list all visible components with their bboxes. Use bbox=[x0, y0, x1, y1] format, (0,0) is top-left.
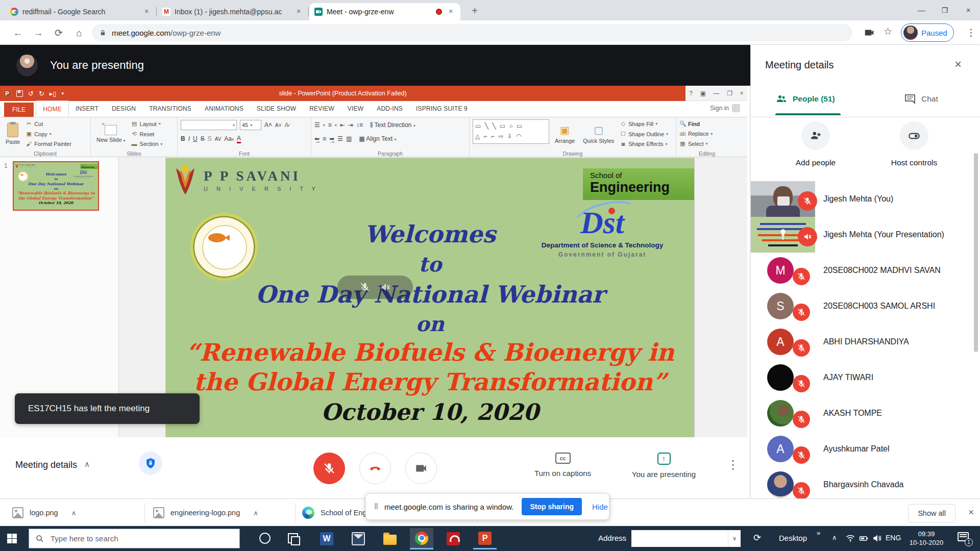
toolbar-expand-icon[interactable]: » bbox=[817, 529, 820, 537]
save-icon[interactable] bbox=[16, 90, 23, 97]
ppt-ribbon-options-icon[interactable]: ▣ bbox=[700, 90, 706, 97]
participant-row[interactable]: Jigesh Mehta (You) bbox=[751, 181, 980, 217]
camera-toggle-button[interactable] bbox=[405, 453, 437, 484]
stop-sharing-button[interactable]: Stop sharing bbox=[522, 498, 582, 515]
tab-close-icon[interactable]: × bbox=[142, 7, 151, 16]
close-icon[interactable]: × bbox=[957, 0, 980, 20]
downloads-close-icon[interactable]: × bbox=[968, 507, 974, 518]
more-options-icon[interactable]: ⋮ bbox=[727, 458, 739, 472]
download-item[interactable]: engineering-logo.png∧ bbox=[153, 499, 258, 527]
change-case-icon[interactable]: Aa▾ bbox=[224, 135, 234, 142]
italic-button[interactable]: I bbox=[188, 135, 190, 142]
desktop-toolbar-label[interactable]: Desktop bbox=[779, 534, 807, 542]
numbering-icon[interactable]: ≡ bbox=[328, 121, 332, 129]
arrange-button[interactable]: ▣ Arrange bbox=[552, 119, 577, 148]
cortana-icon[interactable] bbox=[259, 533, 271, 544]
grow-font-icon[interactable]: A˄ bbox=[264, 121, 272, 129]
bullets-icon[interactable]: ☰ bbox=[314, 121, 320, 129]
find-button[interactable]: 🔍Find bbox=[679, 120, 734, 127]
add-people-button[interactable]: Add people bbox=[780, 121, 851, 167]
format-painter-button[interactable]: 🖌Format Painter bbox=[26, 141, 71, 147]
browser-menu-icon[interactable]: ⋮ bbox=[966, 27, 976, 38]
shape-outline-button[interactable]: ☐Shape Outline▾ bbox=[620, 131, 668, 137]
strikethrough-button[interactable]: S bbox=[201, 135, 205, 142]
meeting-details-toggle[interactable]: Meeting details ∧ bbox=[15, 460, 90, 470]
ribbon-tab-home[interactable]: HOME bbox=[36, 101, 69, 117]
language-indicator[interactable]: ENG bbox=[886, 534, 901, 542]
hide-share-bar-button[interactable]: Hide bbox=[592, 503, 608, 511]
address-toolbar-input[interactable]: ∨ bbox=[631, 530, 741, 547]
browser-tab-2[interactable]: MInbox (1) - jigesh.mehta@ppsu.ac× bbox=[157, 3, 308, 20]
char-spacing-icon[interactable]: AV bbox=[215, 136, 222, 142]
captions-button[interactable]: cc Turn on captions bbox=[531, 453, 595, 478]
font-color-icon[interactable]: A bbox=[237, 135, 241, 143]
new-slide-button[interactable]: New Slide ▾ bbox=[94, 119, 128, 148]
increase-indent-icon[interactable]: ⇥ bbox=[348, 121, 353, 129]
taskbar-search[interactable]: Type here to search bbox=[29, 529, 240, 548]
tab-capture-icon[interactable] bbox=[864, 27, 875, 38]
shape-effects-button[interactable]: ◙Shape Effects▾ bbox=[620, 141, 668, 147]
task-view-icon[interactable] bbox=[288, 533, 298, 543]
underline-button[interactable]: U bbox=[193, 135, 198, 142]
ribbon-tab-slide-show[interactable]: SLIDE SHOW bbox=[250, 101, 303, 117]
ppt-help-icon[interactable]: ? bbox=[689, 90, 693, 97]
participant-row[interactable]: Jigesh Mehta (Your Presentation) bbox=[751, 217, 980, 253]
ribbon-tab-ispring-suite-9[interactable]: ISPRING SUITE 9 bbox=[409, 101, 474, 117]
meeting-safety-badge[interactable] bbox=[139, 452, 162, 475]
qat-dropdown-icon[interactable]: ▾ bbox=[62, 91, 64, 96]
justify-icon[interactable]: ☰ bbox=[337, 135, 343, 142]
decrease-indent-icon[interactable]: ⇤ bbox=[340, 121, 345, 129]
copy-button[interactable]: ▣Copy▾ bbox=[26, 131, 71, 137]
minimize-icon[interactable]: — bbox=[910, 0, 933, 20]
address-bar[interactable]: meet.google.com/owp-grze-enw bbox=[92, 24, 852, 41]
undo-icon[interactable]: ↺ bbox=[28, 90, 34, 97]
shapes-gallery[interactable]: ▭ ╲ ╲ ▭ ○ ▭ △ ⌐ ⌐ ⇨ ⇩ ◠ bbox=[473, 119, 549, 144]
taskbar-word[interactable]: W bbox=[315, 528, 338, 549]
ribbon-tab-review[interactable]: REVIEW bbox=[303, 101, 341, 117]
ribbon-tab-view[interactable]: VIEW bbox=[341, 101, 370, 117]
align-center-icon[interactable]: ≡ bbox=[323, 135, 326, 142]
taskbar-file-explorer[interactable] bbox=[378, 528, 402, 549]
text-shadow-button[interactable]: S bbox=[208, 135, 212, 142]
profile-chip[interactable]: Paused bbox=[901, 23, 954, 42]
ppt-app-icon[interactable]: P bbox=[3, 89, 11, 97]
sidebar-close-icon[interactable]: × bbox=[954, 57, 962, 71]
ribbon-tab-file[interactable]: FILE bbox=[4, 103, 34, 117]
ribbon-tab-transitions[interactable]: TRANSITIONS bbox=[142, 101, 198, 117]
presenting-status-button[interactable]: ↑ You are presenting bbox=[627, 453, 701, 479]
tab-people[interactable]: People (51) bbox=[775, 93, 835, 105]
tab-close-icon[interactable]: × bbox=[294, 7, 303, 16]
address-dropdown-icon[interactable]: ∨ bbox=[728, 530, 741, 547]
scrollbar[interactable] bbox=[974, 153, 978, 352]
shape-fill-button[interactable]: ◇Shape Fill▾ bbox=[620, 120, 668, 127]
new-tab-button[interactable]: + bbox=[468, 4, 482, 18]
slide-thumbnail[interactable]: P P SAVANI U N I V E R S I T Y School of… bbox=[13, 161, 99, 211]
layout-button[interactable]: ▤Layout▾ bbox=[131, 120, 163, 127]
tab-close-icon[interactable]: × bbox=[446, 7, 455, 16]
bold-button[interactable]: B bbox=[181, 135, 185, 142]
participant-row[interactable]: AKASH TOMPE bbox=[751, 395, 980, 431]
taskbar-chrome[interactable] bbox=[410, 528, 433, 549]
ribbon-tab-insert[interactable]: INSERT bbox=[69, 101, 105, 117]
mic-toggle-button[interactable] bbox=[313, 453, 345, 484]
bookmark-star-icon[interactable]: ☆ bbox=[884, 26, 892, 37]
slide-canvas[interactable]: P P SAVANI U N I V E R S I T Y School of… bbox=[166, 158, 694, 437]
font-name-combo[interactable]: ▾ bbox=[181, 120, 237, 130]
align-right-icon[interactable]: ➡̲ bbox=[329, 135, 334, 142]
leave-call-button[interactable] bbox=[359, 453, 391, 484]
participant-row[interactable]: M20SE08CH002 MADHVI SAVAN bbox=[751, 253, 980, 288]
participant-row[interactable]: AJAY TIWARI bbox=[751, 360, 980, 395]
font-size-combo[interactable]: 45▾ bbox=[240, 120, 261, 130]
show-hidden-icons[interactable]: ∧ bbox=[832, 534, 837, 541]
columns-icon[interactable]: ▥ bbox=[346, 135, 352, 142]
taskbar-powerpoint[interactable]: P bbox=[473, 528, 497, 549]
redo-icon[interactable]: ↻ bbox=[39, 90, 44, 97]
ppt-minimize-icon[interactable]: — bbox=[714, 90, 720, 97]
download-menu-icon[interactable]: ∧ bbox=[253, 509, 258, 517]
ppt-sign-in[interactable]: Sign in bbox=[710, 104, 740, 112]
quick-styles-button[interactable]: ▢ Quick Styles bbox=[580, 119, 617, 148]
reload-icon[interactable]: ⟳ bbox=[52, 27, 65, 40]
download-menu-icon[interactable]: ∧ bbox=[71, 509, 77, 517]
participant-row[interactable]: Bhargavsinh Chavada bbox=[751, 467, 980, 498]
section-button[interactable]: ▬Section▾ bbox=[131, 141, 163, 147]
